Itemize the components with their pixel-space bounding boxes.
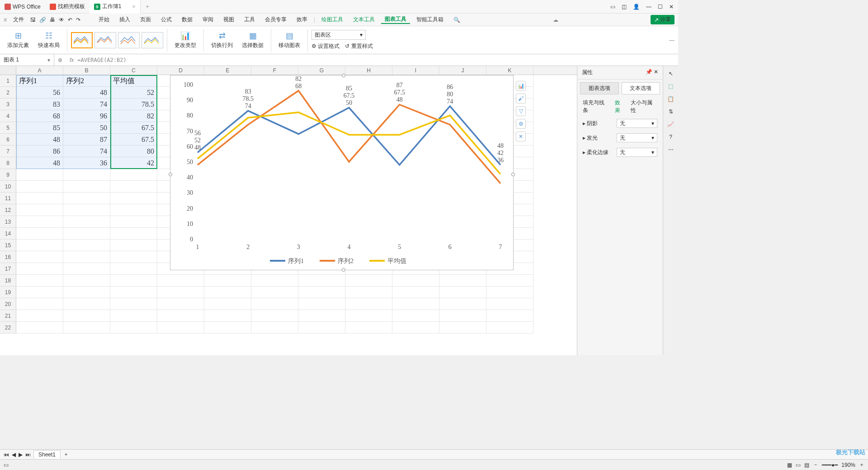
search-icon[interactable]: 🔍: [450, 17, 464, 23]
cell[interactable]: [486, 322, 533, 334]
cell[interactable]: 83: [16, 99, 63, 110]
cell[interactable]: [204, 310, 251, 322]
select-all-corner[interactable]: [0, 66, 16, 75]
col-header-f[interactable]: F: [251, 66, 298, 75]
cell[interactable]: [392, 287, 439, 298]
cell[interactable]: [16, 169, 63, 181]
menu-view[interactable]: 视图: [220, 16, 238, 24]
col-header-a[interactable]: A: [16, 66, 63, 75]
cell[interactable]: [16, 322, 63, 334]
cell[interactable]: [345, 310, 392, 322]
chart-style-4[interactable]: [142, 32, 163, 48]
cell[interactable]: [204, 287, 251, 298]
cell[interactable]: [63, 228, 110, 240]
menu-file[interactable]: 文件: [9, 16, 28, 24]
row-header[interactable]: 17: [0, 263, 16, 275]
cell[interactable]: [157, 322, 204, 334]
cell[interactable]: [439, 322, 486, 334]
new-tab-button[interactable]: ＋: [141, 3, 154, 10]
sub-fill-line[interactable]: 填充与线条: [583, 99, 609, 114]
tab-close-icon[interactable]: ×: [132, 4, 135, 10]
row-header[interactable]: 20: [0, 298, 16, 310]
row-header[interactable]: 3: [0, 99, 16, 110]
style-tool-icon[interactable]: ⬚: [668, 83, 673, 89]
cell[interactable]: 平均值: [110, 75, 157, 87]
cell[interactable]: [439, 275, 486, 287]
cell[interactable]: [16, 310, 63, 322]
cell[interactable]: [439, 310, 486, 322]
row-header[interactable]: 4: [0, 110, 16, 122]
cell[interactable]: [110, 240, 157, 251]
cell[interactable]: [298, 310, 345, 322]
label-softedge[interactable]: 柔化边缘: [587, 149, 609, 155]
menu-chart-tools[interactable]: 图表工具: [381, 15, 410, 24]
menu-insert[interactable]: 插入: [116, 16, 134, 24]
pin-icon[interactable]: 📌: [646, 69, 652, 75]
cell[interactable]: [345, 298, 392, 310]
cell[interactable]: 52: [110, 87, 157, 99]
cell[interactable]: [251, 310, 298, 322]
row-header[interactable]: 6: [0, 134, 16, 146]
undo-icon[interactable]: ↶: [68, 17, 72, 23]
preview-icon[interactable]: 👁: [59, 17, 64, 23]
cell[interactable]: 56: [16, 87, 63, 99]
row-header[interactable]: 7: [0, 146, 16, 157]
chart-style-3[interactable]: [118, 32, 140, 48]
cell[interactable]: [110, 310, 157, 322]
chart-settings-icon[interactable]: ⚙: [516, 119, 526, 129]
row-header[interactable]: 15: [0, 240, 16, 251]
col-header-j[interactable]: J: [439, 66, 486, 75]
row-header[interactable]: 18: [0, 275, 16, 287]
cell[interactable]: [392, 322, 439, 334]
cell[interactable]: [63, 263, 110, 275]
label-shadow[interactable]: 阴影: [587, 120, 598, 127]
menu-page[interactable]: 页面: [137, 16, 155, 24]
cloud-icon[interactable]: ☁: [553, 17, 558, 23]
minimize-icon[interactable]: —: [646, 4, 651, 10]
menu-member[interactable]: 会员专享: [261, 16, 290, 24]
row-header[interactable]: 19: [0, 287, 16, 298]
worksheet[interactable]: A B C D E F G H I J K 1序列1序列2平均值25648523…: [0, 66, 577, 355]
quick-layout-button[interactable]: ☷快速布局: [34, 31, 63, 49]
cell[interactable]: [110, 251, 157, 263]
cell[interactable]: 80: [110, 146, 157, 157]
tab-chart-options[interactable]: 图表选项: [580, 82, 619, 94]
cell[interactable]: [16, 298, 63, 310]
cell[interactable]: [392, 298, 439, 310]
cell[interactable]: 36: [63, 157, 110, 169]
cell[interactable]: 48: [63, 87, 110, 99]
cell[interactable]: 50: [63, 122, 110, 134]
row-header[interactable]: 2: [0, 87, 16, 99]
tab-text-options[interactable]: 文本选项: [622, 82, 660, 94]
share-button[interactable]: ↗ 分享: [651, 15, 675, 24]
set-format-button[interactable]: ⚙ 设置格式: [311, 42, 340, 50]
cell[interactable]: [63, 298, 110, 310]
cell[interactable]: 87: [63, 134, 110, 146]
change-type-button[interactable]: 📊更改类型: [171, 31, 200, 49]
formula-input[interactable]: =AVERAGE(A2:B2): [77, 57, 126, 63]
cell[interactable]: 74: [63, 99, 110, 110]
add-element-button[interactable]: ⊞添加元素: [4, 31, 33, 49]
cell[interactable]: [298, 287, 345, 298]
cell[interactable]: [392, 275, 439, 287]
cell[interactable]: 67.5: [110, 134, 157, 146]
chart-object[interactable]: 010203040506070809010012345675652488378.…: [170, 75, 514, 270]
glow-dropdown[interactable]: 无▾: [617, 133, 657, 142]
cell[interactable]: 68: [16, 110, 63, 122]
cell[interactable]: [486, 310, 533, 322]
label-glow[interactable]: 发光: [587, 135, 598, 141]
cell[interactable]: [16, 181, 63, 193]
cell[interactable]: [110, 298, 157, 310]
cell[interactable]: [16, 263, 63, 275]
chart-style-gallery[interactable]: [71, 32, 163, 48]
menu-formula[interactable]: 公式: [157, 16, 175, 24]
redo-icon[interactable]: ↷: [76, 17, 80, 23]
chart-area-dropdown[interactable]: 图表区▾: [311, 30, 366, 40]
sub-size-props[interactable]: 大小与属性: [631, 99, 657, 114]
cell[interactable]: [110, 287, 157, 298]
cell[interactable]: [251, 287, 298, 298]
row-header[interactable]: 22: [0, 322, 16, 334]
cell[interactable]: [345, 275, 392, 287]
cell[interactable]: [110, 228, 157, 240]
maximize-icon[interactable]: ☐: [658, 4, 663, 10]
